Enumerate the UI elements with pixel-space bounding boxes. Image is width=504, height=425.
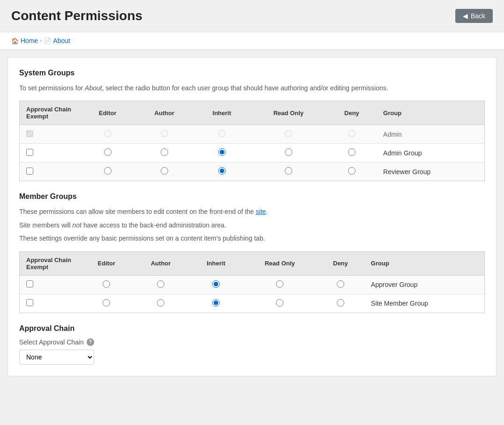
author-cell-admin [135, 125, 193, 144]
group-name-reviewergroup: Reviewer Group [377, 162, 484, 181]
readonly-radio-sitemembergroup[interactable] [276, 299, 283, 307]
member-groups-table-header: Approval Chain Exempt Editor Author Inhe… [20, 251, 485, 275]
author-cell-approvergroup [133, 275, 189, 294]
page-title: Content Permissions [11, 8, 142, 23]
system-groups-table-header: Approval Chain Exempt Editor Author Inhe… [20, 101, 485, 125]
inherit-cell-admingroup [193, 144, 250, 162]
readonly-radio-admin[interactable] [285, 130, 292, 137]
system-groups-description: To set permissions for About, select the… [19, 83, 485, 93]
deny-radio-reviewergroup[interactable] [348, 167, 356, 175]
exempt-checkbox-reviewergroup[interactable] [26, 168, 33, 175]
exempt-cell-approvergroup [20, 275, 81, 294]
exempt-checkbox-approvergroup[interactable] [26, 280, 33, 287]
breadcrumb: 🏠 Home › 📄 About [0, 32, 504, 50]
th-author: Author [135, 101, 193, 125]
deny-radio-sitemembergroup[interactable] [337, 299, 344, 307]
readonly-radio-reviewergroup[interactable] [285, 167, 292, 175]
th-editor: Editor [81, 101, 135, 125]
home-icon: 🏠 [11, 37, 19, 44]
th-inherit-member: Inherit [189, 251, 243, 275]
inherit-radio-reviewergroup[interactable] [218, 167, 226, 175]
editor-radio-admin[interactable] [104, 130, 111, 137]
system-groups-title: System Groups [19, 69, 485, 77]
deny-radio-admingroup[interactable] [348, 148, 356, 156]
deny-radio-admin[interactable] [348, 130, 356, 137]
deny-cell-admingroup [327, 144, 377, 162]
th-readonly-member: Read Only [243, 251, 317, 275]
readonly-cell-reviewergroup [250, 162, 327, 181]
editor-radio-approvergroup[interactable] [103, 280, 110, 288]
group-name-admin: Admin [377, 125, 484, 144]
th-editor-member: Editor [81, 251, 133, 275]
deny-cell-approvergroup [317, 275, 364, 294]
approval-chain-title: Approval Chain [19, 324, 485, 333]
exempt-checkbox-admin[interactable] [26, 130, 33, 137]
deny-cell-sitemembergroup [317, 294, 364, 313]
back-button[interactable]: ◀ Back [455, 9, 493, 23]
inherit-cell-approvergroup [189, 275, 243, 294]
th-readonly: Read Only [250, 101, 327, 125]
author-radio-reviewergroup[interactable] [161, 167, 168, 175]
editor-radio-admingroup[interactable] [104, 148, 111, 156]
about-italic: About [85, 84, 102, 92]
th-author-member: Author [133, 251, 189, 275]
author-radio-sitemembergroup[interactable] [157, 299, 164, 307]
inherit-radio-sitemembergroup[interactable] [212, 299, 220, 307]
approval-chain-select[interactable]: None [19, 350, 94, 365]
table-row: Site Member Group [20, 294, 485, 313]
group-name-approvergroup: Approver Group [364, 275, 485, 294]
inherit-radio-approvergroup[interactable] [212, 280, 220, 288]
deny-radio-approvergroup[interactable] [337, 280, 344, 288]
author-radio-admin[interactable] [161, 130, 168, 137]
inherit-cell-reviewergroup [193, 162, 250, 181]
inherit-radio-admingroup[interactable] [218, 148, 226, 156]
approval-chain-label: Select Approval Chain ? [19, 338, 485, 346]
readonly-radio-admingroup[interactable] [285, 148, 292, 156]
author-cell-sitemembergroup [133, 294, 189, 313]
breadcrumb-about[interactable]: 📄 About [44, 37, 70, 44]
deny-cell-reviewergroup [327, 162, 377, 181]
member-desc-3: These settings override any basic permis… [19, 233, 485, 243]
exempt-cell-admingroup [20, 144, 81, 162]
readonly-radio-approvergroup[interactable] [276, 280, 283, 288]
group-name-admingroup: Admin Group [377, 144, 484, 162]
inherit-radio-admin[interactable] [218, 130, 226, 137]
system-groups-table: Approval Chain Exempt Editor Author Inhe… [19, 101, 485, 181]
author-radio-approvergroup[interactable] [157, 280, 164, 288]
table-row: Admin [20, 125, 485, 144]
readonly-cell-admingroup [250, 144, 327, 162]
site-link[interactable]: site [256, 208, 266, 215]
breadcrumb-home[interactable]: 🏠 Home [11, 37, 38, 44]
page-header: Content Permissions ◀ Back [0, 0, 504, 32]
readonly-cell-sitemembergroup [243, 294, 317, 313]
readonly-cell-approvergroup [243, 275, 317, 294]
member-groups-table: Approval Chain Exempt Editor Author Inhe… [19, 251, 485, 313]
editor-radio-sitemembergroup[interactable] [103, 299, 110, 307]
inherit-cell-sitemembergroup [189, 294, 243, 313]
system-groups-section: System Groups To set permissions for Abo… [19, 69, 485, 181]
deny-cell-admin [327, 125, 377, 144]
main-content: System Groups To set permissions for Abo… [7, 57, 497, 376]
group-name-sitemembergroup: Site Member Group [364, 294, 485, 313]
table-row: Reviewer Group [20, 162, 485, 181]
approval-chain-section: Approval Chain Select Approval Chain ? N… [19, 324, 485, 365]
editor-cell-sitemembergroup [81, 294, 133, 313]
member-desc-1: These permissions can allow site members… [19, 206, 485, 217]
th-exempt-member: Approval Chain Exempt [20, 251, 81, 275]
editor-cell-admin [81, 125, 135, 144]
author-radio-admingroup[interactable] [161, 148, 168, 156]
breadcrumb-separator: › [40, 37, 42, 44]
th-group: Group [377, 101, 484, 125]
th-group-member: Group [364, 251, 485, 275]
exempt-cell-admin [20, 125, 81, 144]
th-deny-member: Deny [317, 251, 364, 275]
help-icon[interactable]: ? [87, 338, 94, 346]
author-cell-reviewergroup [135, 162, 193, 181]
back-arrow-icon: ◀ [463, 12, 468, 20]
th-deny: Deny [327, 101, 377, 125]
editor-radio-reviewergroup[interactable] [104, 167, 111, 175]
exempt-checkbox-admingroup[interactable] [26, 149, 33, 156]
table-row: Admin Group [20, 144, 485, 162]
member-groups-section: Member Groups These permissions can allo… [19, 192, 485, 313]
exempt-checkbox-sitemembergroup[interactable] [26, 299, 33, 306]
